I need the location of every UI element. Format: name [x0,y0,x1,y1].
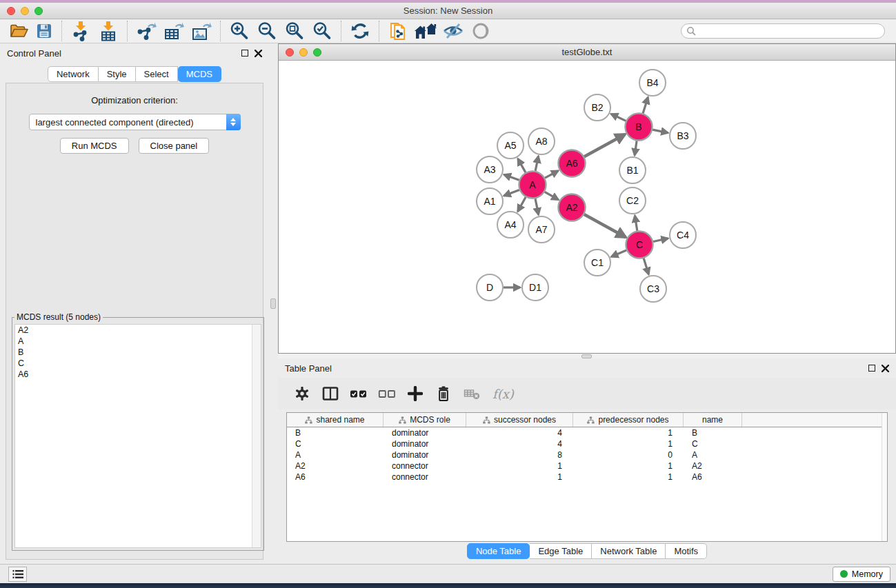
app-title: Session: New Session [0,6,896,16]
mcds-result-item[interactable]: A2 [15,325,261,336]
tab-mcds[interactable]: MCDS [178,66,221,82]
export-table-icon[interactable] [160,20,188,42]
zoom-in-icon[interactable] [226,20,253,42]
column-label: predecessor nodes [598,415,668,425]
import-table-icon[interactable] [94,20,122,42]
float-panel-icon[interactable] [241,50,248,57]
graph-node-A8[interactable]: A8 [528,128,555,154]
memory-button[interactable]: Memory [833,567,890,582]
close-panel-icon[interactable] [255,50,262,57]
column-header-mcds-role[interactable]: MCDS role [384,413,466,427]
tab-motifs[interactable]: Motifs [666,543,707,559]
node-label: B [635,121,641,132]
mcds-result-item[interactable]: A6 [15,369,261,380]
zoom-selected-icon[interactable] [308,20,336,42]
select-stepper-icon [226,114,241,130]
horizontal-split-divider[interactable] [278,354,896,358]
tab-edge-table[interactable]: Edge Table [530,543,592,559]
network-title: testGlobe.txt [279,47,895,57]
graph-node-C4[interactable]: C4 [670,222,696,248]
graph-node-B1[interactable]: B1 [619,157,646,183]
tab-node-table[interactable]: Node Table [467,543,530,559]
search-icon [686,26,696,36]
column-header-predecessor-nodes[interactable]: predecessor nodes [573,413,684,427]
tab-network[interactable]: Network [48,66,99,82]
search-box[interactable] [681,23,885,39]
task-history-button[interactable] [8,567,27,582]
graph-node-A5[interactable]: A5 [497,132,524,159]
column-header-name[interactable]: name [684,413,742,427]
mcds-result-title: MCDS result (5 nodes) [14,312,103,322]
graph-node-C3[interactable]: C3 [640,276,666,302]
delete-row-trash-icon[interactable] [435,385,452,403]
graph-node-C1[interactable]: C1 [584,250,610,276]
criterion-select[interactable]: largest connected component (directed) [29,114,241,130]
select-all-check-icon[interactable] [350,385,368,403]
node-label: B4 [646,77,658,88]
open-file-icon[interactable] [7,20,32,42]
mcds-result-item[interactable]: C [15,358,261,369]
new-network-from-selection-icon[interactable] [384,20,412,42]
column-header-successor-nodes[interactable]: successor nodes [466,413,573,427]
table-row[interactable]: Cdominator41C [287,438,887,449]
edge-B-B2 [611,114,626,121]
graph-node-A2[interactable]: A2 [559,194,586,221]
close-panel-icon[interactable] [882,365,889,372]
deselect-all-icon[interactable] [378,385,396,403]
tab-style[interactable]: Style [99,66,136,82]
graph-node-C2[interactable]: C2 [619,187,646,214]
graph-node-B[interactable]: B [626,114,653,141]
node-label: A [529,179,536,190]
vertical-split-divider[interactable] [269,43,278,564]
table-row[interactable]: Bdominator41B [287,427,887,438]
table-row[interactable]: Adominator80A [287,449,887,460]
graph-node-A[interactable]: A [519,172,546,199]
export-image-icon[interactable] [188,20,215,42]
table-row[interactable]: A2connector11A2 [287,460,887,472]
show-columns-icon[interactable] [321,385,339,403]
zoom-fit-icon[interactable] [281,20,308,42]
result-list-scrollbar[interactable] [252,325,261,547]
node-label: C1 [591,257,604,268]
show-all-eye-icon [467,20,495,42]
divider-handle[interactable] [270,298,276,309]
column-header-shared-name[interactable]: shared name [287,413,384,427]
float-panel-icon[interactable] [868,365,875,372]
edge-B-B1 [635,141,637,155]
search-input[interactable] [696,25,884,37]
add-row-icon[interactable] [406,385,424,403]
zoom-out-icon[interactable] [253,20,281,42]
graph-node-A1[interactable]: A1 [477,188,503,214]
cell-successor-nodes: 1 [466,461,573,471]
refresh-icon[interactable] [346,20,374,42]
tab-select[interactable]: Select [136,66,178,82]
run-mcds-button[interactable]: Run MCDS [60,138,129,154]
network-canvas[interactable]: B4B2BB3B1A5A8A6A3AA1C2A2A4A7C4CC1C3DD1 [279,61,895,353]
cell-successor-nodes: 8 [466,450,573,460]
cell-predecessor-nodes: 1 [573,461,684,471]
graph-node-D1[interactable]: D1 [522,274,548,301]
graph-node-A7[interactable]: A7 [528,216,555,243]
graph-node-A3[interactable]: A3 [477,156,503,183]
mcds-result-item[interactable]: B [15,347,261,358]
table-row[interactable]: A6connector11A6 [287,472,887,483]
graph-node-B2[interactable]: B2 [584,94,610,121]
close-panel-button[interactable]: Close panel [139,138,210,154]
tab-network-table[interactable]: Network Table [592,543,666,559]
graph-node-C[interactable]: C [626,232,653,258]
graph-node-D[interactable]: D [477,274,503,301]
graph-node-B4[interactable]: B4 [639,70,666,96]
table-options-gear-icon[interactable] [293,385,311,403]
graph-node-B3[interactable]: B3 [670,123,696,149]
graph-node-A4[interactable]: A4 [497,212,524,238]
import-network-icon[interactable] [67,20,94,42]
table-scrollbar[interactable] [882,413,887,541]
cell-name: B [684,428,742,438]
export-network-icon[interactable] [132,20,160,42]
hide-selected-eye-icon[interactable] [439,20,467,42]
cell-mcds-role: connector [384,461,466,471]
save-session-icon[interactable] [32,20,57,42]
mcds-result-item[interactable]: A [15,336,261,347]
graph-node-A6[interactable]: A6 [559,150,586,177]
first-neighbors-icon[interactable] [412,20,439,42]
